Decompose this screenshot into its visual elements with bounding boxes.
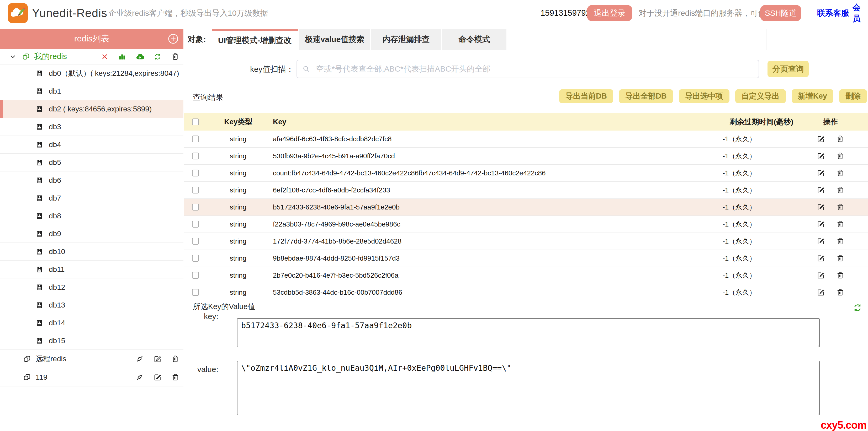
cell-ttl: -1（永久） [719, 284, 804, 301]
edit-key-icon[interactable] [817, 237, 825, 245]
key-textarea[interactable]: b5172433-6238-40e6-9fa1-57aa9f1e2e0b [237, 318, 820, 347]
tab-command-mode[interactable]: 命令模式 [442, 29, 506, 50]
connection-name[interactable]: 我的redis [34, 51, 101, 62]
cell-key: 2b7e0c20-b416-4e7f-b3ec-5bd526c2f06a [269, 267, 719, 284]
row-checkbox[interactable] [192, 136, 199, 142]
tab-memory-leak[interactable]: 内存泄漏排查 [371, 29, 441, 50]
delete-key-icon[interactable] [836, 271, 844, 279]
sidebar-db-item[interactable]: db10 [0, 243, 183, 261]
delete-key-icon[interactable] [836, 254, 844, 262]
sidebar-db-item[interactable]: db3 [0, 118, 183, 136]
action-button[interactable]: 导出全部DB [619, 89, 673, 103]
edit-key-icon[interactable] [817, 220, 825, 228]
member-link[interactable]: 会员 [852, 0, 868, 26]
delete-connection-icon[interactable] [172, 53, 179, 61]
sidebar-db-item[interactable]: db6 [0, 171, 183, 189]
row-checkbox[interactable] [192, 289, 199, 296]
sidebar-remote-connection[interactable]: 119 [0, 368, 183, 387]
tab-ui-manage[interactable]: UI管理模式-增删查改 [212, 29, 298, 50]
delete-key-icon[interactable] [836, 135, 844, 143]
edit-key-icon[interactable] [817, 135, 825, 143]
table-row[interactable]: stringafa496df-6c63-4f63-8cfc-dcdb82dc7f… [184, 131, 868, 147]
table-row[interactable]: stringb5172433-6238-40e6-9fa1-57aa9f1e2e… [184, 199, 868, 216]
tab-value-search[interactable]: 极速value值搜索 [299, 29, 370, 50]
db-book-icon [36, 337, 43, 344]
contact-support-link[interactable]: 联系客服 [817, 0, 849, 26]
edit-key-icon[interactable] [817, 254, 825, 262]
sidebar-db-item[interactable]: db0（默认）( keys:21284,expires:8047) [0, 65, 183, 82]
table-row[interactable]: string53cdbb5d-3863-44dc-b16c-00b7007ddd… [184, 284, 868, 301]
value-refresh-icon[interactable] [853, 303, 862, 312]
row-checkbox[interactable] [192, 153, 199, 159]
sidebar-db-item[interactable]: db8 [0, 207, 183, 225]
sidebar-db-item[interactable]: db2 ( keys:84656,expires:5899) [0, 100, 183, 118]
action-button[interactable]: 自定义导出 [735, 89, 786, 103]
action-button[interactable]: 导出当前DB [559, 89, 613, 103]
logout-button[interactable]: 退出登录 [587, 5, 632, 21]
edit-key-icon[interactable] [817, 288, 825, 296]
delete-connection-icon[interactable] [172, 355, 179, 363]
sidebar-db-item[interactable]: db12 [0, 278, 183, 296]
edit-key-icon[interactable] [817, 203, 825, 211]
edit-key-icon[interactable] [817, 169, 825, 177]
sidebar-remote-connection[interactable]: 远程redis [0, 350, 183, 368]
action-button[interactable]: 导出选中项 [679, 89, 730, 103]
sidebar-db-item[interactable]: db1 [0, 82, 183, 100]
table-row[interactable]: string9b8ebdae-8874-4ddd-8250-fd9915f157… [184, 250, 868, 267]
row-checkbox[interactable] [192, 187, 199, 194]
delete-key-icon[interactable] [836, 186, 844, 194]
close-connection-icon[interactable] [101, 53, 108, 60]
delete-key-icon[interactable] [836, 237, 844, 245]
table-row[interactable]: string172f77dd-3774-41b5-8b6e-28e5d02d46… [184, 233, 868, 250]
paged-query-button[interactable]: 分页查询 [768, 61, 809, 77]
key-scan-input[interactable] [297, 60, 759, 78]
sidebar: redis列表 我的redis [0, 26, 184, 431]
select-all-checkbox[interactable] [192, 119, 199, 125]
sidebar-db-item[interactable]: db5 [0, 154, 183, 171]
table-row[interactable]: string530fb93a-9b2e-4c45-b91a-a90ff2fa70… [184, 147, 868, 165]
add-connection-icon[interactable] [168, 33, 179, 44]
sidebar-db-item[interactable]: db15 [0, 332, 183, 350]
delete-connection-icon[interactable] [172, 373, 179, 381]
sidebar-db-item[interactable]: db9 [0, 225, 183, 243]
chevron-down-icon[interactable] [9, 53, 16, 60]
delete-key-icon[interactable] [836, 203, 844, 211]
refresh-icon[interactable] [154, 53, 162, 61]
sidebar-db-item[interactable]: db11 [0, 261, 183, 278]
row-checkbox[interactable] [192, 272, 199, 279]
delete-key-icon[interactable] [836, 152, 844, 160]
connect-plug-icon[interactable] [136, 373, 144, 381]
row-checkbox[interactable] [192, 170, 199, 176]
edit-connection-icon[interactable] [154, 355, 161, 363]
table-row[interactable]: stringcount:fb47c434-64d9-4742-bc13-460c… [184, 165, 868, 182]
edit-key-icon[interactable] [817, 271, 825, 279]
action-button[interactable]: 删除 [839, 89, 867, 103]
connect-plug-icon[interactable] [136, 355, 144, 363]
value-textarea[interactable]: \"oZmzr4liA0vZ1G_klo_nuEau3QiM,AIr+0xEeP… [237, 361, 820, 415]
table-row[interactable]: string6ef2f108-c7cc-4df6-a0db-f2ccfa34f2… [184, 182, 868, 199]
stats-chart-icon[interactable] [118, 53, 126, 61]
ssh-tunnel-button[interactable]: SSH隧道 [760, 5, 801, 21]
table-row[interactable]: string2b7e0c20-b416-4e7f-b3ec-5bd526c2f0… [184, 267, 868, 284]
cell-key-type: string [207, 147, 269, 164]
table-row[interactable]: stringf22a3b03-78c7-4969-b98c-ae0e45be98… [184, 216, 868, 233]
sidebar-db-item[interactable]: db13 [0, 296, 183, 314]
row-checkbox[interactable] [192, 255, 199, 262]
row-checkbox[interactable] [192, 238, 199, 244]
edit-key-icon[interactable] [817, 186, 825, 194]
edit-key-icon[interactable] [817, 152, 825, 160]
sidebar-db-item[interactable]: db7 [0, 189, 183, 207]
connection-row-my-redis[interactable]: 我的redis [0, 49, 183, 65]
delete-key-icon[interactable] [836, 288, 844, 296]
sidebar-db-item[interactable]: db14 [0, 314, 183, 332]
sidebar-db-item[interactable]: db4 [0, 136, 183, 154]
delete-key-icon[interactable] [836, 220, 844, 228]
delete-key-icon[interactable] [836, 169, 844, 177]
row-checkbox[interactable] [192, 204, 199, 210]
db-label: db6 [49, 176, 61, 185]
cloud-upload-icon[interactable] [136, 53, 144, 61]
edit-connection-icon[interactable] [154, 373, 161, 381]
row-checkbox[interactable] [192, 221, 199, 228]
cell-ttl: -1（永久） [719, 131, 804, 147]
action-button[interactable]: 新增Key [792, 89, 833, 103]
